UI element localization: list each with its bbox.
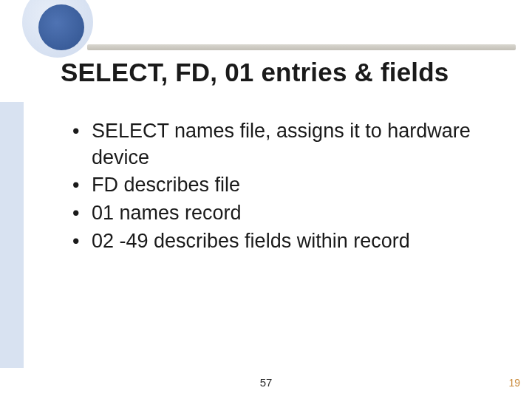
list-item: SELECT names file, assigns it to hardwar…	[72, 118, 488, 171]
footer-page-right: 19	[508, 377, 520, 389]
header-divider	[87, 44, 516, 50]
list-item: FD describes file	[72, 172, 488, 199]
decor-circle-inner	[38, 4, 84, 50]
list-item: 01 names record	[72, 200, 488, 227]
left-accent-strip	[0, 102, 24, 368]
slide-title: SELECT, FD, 01 entries & fields	[61, 58, 449, 87]
slide-content: SELECT names file, assigns it to hardwar…	[72, 118, 488, 256]
bullet-list: SELECT names file, assigns it to hardwar…	[72, 118, 488, 254]
list-item: 02 -49 describes fields within record	[72, 228, 488, 255]
footer-page-center: 57	[0, 376, 532, 389]
